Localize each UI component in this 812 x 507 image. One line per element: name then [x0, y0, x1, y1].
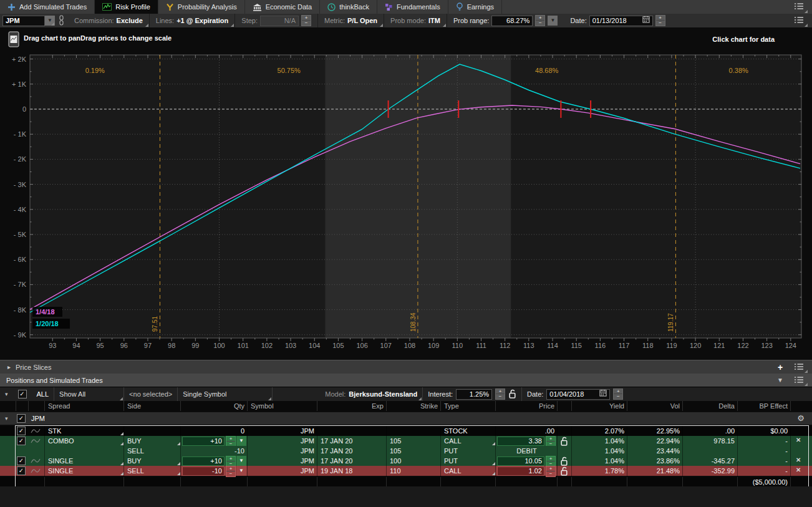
qty-field[interactable]: +10 [182, 456, 225, 466]
resize-grip-icon [805, 383, 808, 386]
cell-exp[interactable]: 17 JAN 20 [317, 436, 387, 446]
toolbar-menu-button[interactable] [790, 14, 808, 27]
collapse-chevron[interactable]: ▾ [0, 387, 13, 401]
resize-grip-icon [805, 24, 808, 27]
collapse-button[interactable]: ▼ [771, 374, 790, 387]
price-field[interactable]: 3.38 [497, 437, 544, 446]
price-field[interactable]: 10.05 [497, 456, 544, 466]
cell-spread[interactable]: SINGLE [45, 456, 124, 466]
symbol-input[interactable]: JPM [2, 16, 45, 26]
column-separator [682, 477, 683, 486]
column-separator [495, 401, 496, 411]
cell-spread[interactable]: COMBO [45, 436, 124, 446]
date-label: Date: [570, 17, 586, 24]
date-input[interactable]: 01/13/2018 [589, 16, 653, 26]
resize-grip-icon [492, 472, 495, 475]
interest-input[interactable]: 1.25% [456, 389, 492, 400]
unlock-icon[interactable] [508, 389, 516, 400]
qty-dropdown-button[interactable]: ▼ [236, 456, 246, 466]
cell-qty: -10 [181, 446, 248, 456]
step-stepper[interactable]: +− [301, 15, 311, 26]
y-axis-label: - 4K [14, 206, 27, 213]
prob-range-dropdown-button[interactable]: ▼ [548, 16, 558, 26]
tab-risk-profile[interactable]: Risk Profile [95, 0, 158, 14]
tab-add-simulated-trades[interactable]: Add Simulated Trades [0, 0, 95, 14]
column-separator [495, 477, 496, 486]
x-axis-label: 93 [49, 342, 56, 349]
cell-side[interactable]: SELL [124, 466, 181, 476]
expand-arrow-icon[interactable]: ▸ [7, 364, 11, 370]
symbol-group-row: ▾✓JPM⚙ [0, 412, 812, 425]
interest-stepper[interactable]: +− [495, 389, 505, 400]
tab-economic-data[interactable]: Economic Data [245, 0, 321, 14]
select-all-checkbox[interactable]: ✓ [13, 387, 32, 401]
commission-dropdown[interactable]: Commission: Exclude [68, 14, 150, 27]
qty-stepper[interactable]: +− [226, 466, 236, 477]
prob-mode-value: ITM [428, 17, 440, 24]
tab-label: Risk Profile [115, 3, 150, 11]
lock-open-icon[interactable] [560, 466, 568, 477]
symbol-combobox[interactable]: JPM ▼ [2, 16, 55, 26]
cell-type[interactable]: CALL [441, 436, 496, 446]
tab-probability-analysis[interactable]: Probability Analysis [158, 0, 245, 14]
cell-side[interactable]: BUY [124, 456, 181, 466]
tab-thinkback[interactable]: thinkBack [320, 0, 377, 14]
model-dropdown[interactable]: Model: Bjerksund-Stensland [320, 387, 422, 401]
prob-mode-dropdown[interactable]: Prob mode: ITM [384, 14, 447, 27]
group-chevron-icon[interactable]: ▾ [5, 412, 8, 425]
positions-date-stepper[interactable]: +− [613, 389, 623, 400]
price-slices-bar[interactable]: ▸ Price Slices + [0, 360, 812, 374]
y-axis-label: - 9K [14, 331, 27, 339]
positions-date-input[interactable]: 01/04/2018 [546, 389, 610, 400]
price-field[interactable]: 1.02 [497, 466, 544, 476]
group-settings-gear-icon[interactable]: ⚙ [797, 412, 805, 425]
row-checkbox[interactable]: ✓ [17, 456, 26, 465]
cell-spread[interactable]: SINGLE [45, 466, 124, 476]
resize-grip-icon [120, 462, 123, 465]
row-checkbox[interactable]: ✓ [17, 466, 26, 475]
show-all-dropdown[interactable]: Show All [54, 387, 123, 401]
tab-fundamentals[interactable]: Fundamentals [377, 0, 448, 14]
cell-exp[interactable]: 17 JAN 20 [317, 456, 387, 466]
price-slices-menu-button[interactable] [790, 360, 808, 374]
selected-dropdown[interactable]: <no selected> [124, 387, 177, 401]
qty-field[interactable]: -10 [182, 466, 225, 476]
cell-exp[interactable]: 19 JAN 18 [317, 466, 387, 476]
date-stepper[interactable]: +− [655, 15, 665, 26]
price-stepper[interactable]: +− [546, 466, 556, 477]
row-checkbox[interactable]: ✓ [17, 437, 26, 445]
symbol-mode-dropdown[interactable]: Single Symbol [178, 387, 272, 401]
prob-range-stepper[interactable]: +− [535, 15, 545, 26]
qty-dropdown-button[interactable]: ▼ [236, 466, 246, 476]
metric-dropdown[interactable]: Metric: P/L Open [318, 14, 384, 27]
cell-type[interactable]: PUT [441, 456, 496, 466]
positions-menu-button[interactable] [790, 374, 808, 387]
add-price-slice-button[interactable]: + [771, 360, 790, 374]
selected-value: <no selected> [129, 390, 172, 398]
qty-dropdown-button[interactable]: ▼ [236, 436, 246, 446]
checkbox-icon: ✓ [18, 390, 27, 398]
legend-label: 1/4/18 [36, 308, 55, 316]
calendar-icon[interactable] [599, 389, 607, 399]
resize-grip-icon [231, 24, 234, 27]
calendar-icon[interactable] [642, 16, 650, 26]
main-menu-button[interactable] [790, 1, 808, 14]
cell-price: DEBIT [496, 446, 558, 456]
tab-earnings[interactable]: Earnings [448, 0, 502, 14]
row-checkbox[interactable]: ✓ [17, 427, 26, 435]
remove-trade-button[interactable]: ✕ [796, 456, 801, 463]
remove-trade-button[interactable]: ✕ [796, 466, 801, 473]
qty-field[interactable]: +10 [182, 437, 225, 446]
group-checkbox[interactable]: ✓ [17, 414, 26, 423]
interest-label: Interest: [428, 390, 453, 398]
step-input[interactable]: N/A [260, 16, 299, 26]
cell-bp: - [738, 466, 791, 476]
remove-trade-button[interactable]: ✕ [796, 437, 801, 443]
lines-dropdown[interactable]: Lines: +1 @ Expiration [150, 14, 236, 27]
cell-side[interactable]: BUY [124, 436, 181, 446]
column-separator [627, 401, 627, 411]
link-toggle[interactable] [55, 14, 68, 27]
risk-profile-chart[interactable]: + 2K+ 1K0- 1K- 2K- 3K- 4K- 5K- 6K- 7K- 8… [0, 27, 812, 360]
cell-type[interactable]: CALL [441, 466, 496, 476]
prob-range-input[interactable]: 68.27% [491, 16, 533, 26]
